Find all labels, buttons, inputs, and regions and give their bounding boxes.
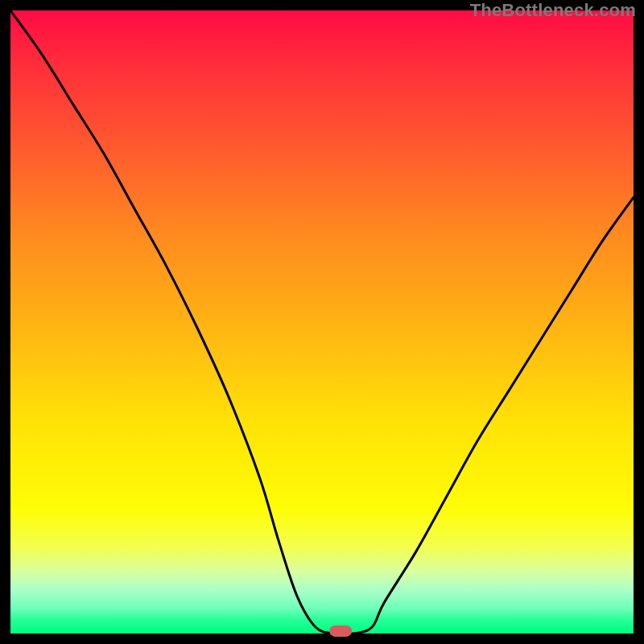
bottleneck-curve — [10, 10, 634, 634]
watermark-text: TheBottleneck.com — [470, 0, 636, 21]
optimal-point-marker — [329, 625, 352, 637]
chart-container: TheBottleneck.com — [0, 0, 644, 644]
curve-layer — [10, 10, 634, 634]
